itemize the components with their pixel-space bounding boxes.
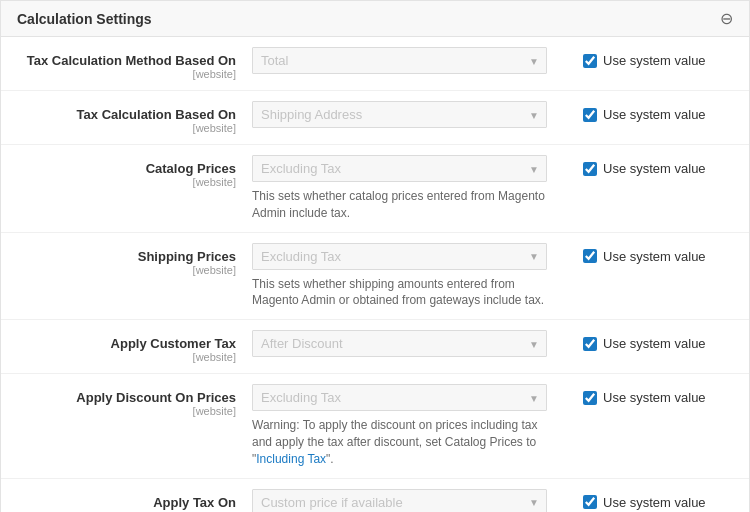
use-system-label-catalog-prices: Use system value — [603, 161, 706, 176]
hint-text-catalog-prices: This sets whether catalog prices entered… — [252, 188, 547, 222]
use-system-label-apply-discount-on-prices: Use system value — [603, 390, 706, 405]
form-row-tax-calc-method: Tax Calculation Method Based On[website]… — [1, 37, 749, 91]
checkbox-col-apply-discount-on-prices: Use system value — [573, 384, 733, 405]
use-system-label-shipping-prices: Use system value — [603, 249, 706, 264]
select-wrapper-tax-calc-based-on: Shipping AddressBilling AddressOrigin▼ — [252, 101, 547, 128]
form-row-tax-calc-based-on: Tax Calculation Based On[website]Shippin… — [1, 91, 749, 145]
select-catalog-prices[interactable]: Excluding TaxIncluding Tax — [252, 155, 547, 182]
form-row-apply-customer-tax: Apply Customer Tax[website]After Discoun… — [1, 320, 749, 374]
checkbox-col-tax-calc-method: Use system value — [573, 47, 733, 68]
label-text-catalog-prices: Catalog Prices — [17, 161, 236, 176]
use-system-checkbox-catalog-prices[interactable] — [583, 162, 597, 176]
warning-link[interactable]: Including Tax — [256, 452, 326, 466]
label-col-catalog-prices: Catalog Prices[website] — [17, 155, 252, 188]
warning-text-apply-discount-on-prices: Warning: To apply the discount on prices… — [252, 417, 547, 467]
page-wrapper: Calculation Settings ⊖ Tax Calculation M… — [0, 0, 750, 512]
select-apply-discount-on-prices[interactable]: Excluding TaxIncluding Tax — [252, 384, 547, 411]
select-apply-tax-on[interactable]: Custom price if availableOriginal price … — [252, 489, 547, 512]
label-scope-shipping-prices: [website] — [17, 264, 236, 276]
label-text-shipping-prices: Shipping Prices — [17, 249, 236, 264]
select-wrapper-shipping-prices: Excluding TaxIncluding Tax▼ — [252, 243, 547, 270]
use-system-checkbox-tax-calc-method[interactable] — [583, 54, 597, 68]
label-scope-tax-calc-based-on: [website] — [17, 122, 236, 134]
label-text-tax-calc-method: Tax Calculation Method Based On — [17, 53, 236, 68]
checkbox-col-apply-customer-tax: Use system value — [573, 330, 733, 351]
label-scope-tax-calc-method: [website] — [17, 68, 236, 80]
form-row-shipping-prices: Shipping Prices[website]Excluding TaxInc… — [1, 233, 749, 321]
select-tax-calc-method[interactable]: TotalUnit PriceRow Total — [252, 47, 547, 74]
control-col-tax-calc-based-on: Shipping AddressBilling AddressOrigin▼ — [252, 101, 573, 128]
label-col-apply-discount-on-prices: Apply Discount On Prices[website] — [17, 384, 252, 417]
collapse-icon[interactable]: ⊖ — [720, 9, 733, 28]
control-col-shipping-prices: Excluding TaxIncluding Tax▼This sets whe… — [252, 243, 573, 310]
control-col-apply-tax-on: Custom price if availableOriginal price … — [252, 489, 573, 512]
label-text-tax-calc-based-on: Tax Calculation Based On — [17, 107, 236, 122]
use-system-label-tax-calc-based-on: Use system value — [603, 107, 706, 122]
label-col-apply-tax-on: Apply Tax On[website] — [17, 489, 252, 512]
label-text-apply-tax-on: Apply Tax On — [17, 495, 236, 510]
use-system-checkbox-shipping-prices[interactable] — [583, 249, 597, 263]
form-row-catalog-prices: Catalog Prices[website]Excluding TaxIncl… — [1, 145, 749, 233]
select-wrapper-tax-calc-method: TotalUnit PriceRow Total▼ — [252, 47, 547, 74]
form-row-apply-discount-on-prices: Apply Discount On Prices[website]Excludi… — [1, 374, 749, 478]
select-apply-customer-tax[interactable]: After DiscountBefore Discount — [252, 330, 547, 357]
select-wrapper-apply-customer-tax: After DiscountBefore Discount▼ — [252, 330, 547, 357]
label-col-tax-calc-method: Tax Calculation Method Based On[website] — [17, 47, 252, 80]
control-col-tax-calc-method: TotalUnit PriceRow Total▼ — [252, 47, 573, 74]
control-col-apply-discount-on-prices: Excluding TaxIncluding Tax▼Warning: To a… — [252, 384, 573, 467]
form-row-apply-tax-on: Apply Tax On[website]Custom price if ava… — [1, 479, 749, 512]
label-scope-apply-customer-tax: [website] — [17, 351, 236, 363]
section-body: Tax Calculation Method Based On[website]… — [1, 37, 749, 512]
use-system-label-apply-tax-on: Use system value — [603, 495, 706, 510]
label-scope-catalog-prices: [website] — [17, 176, 236, 188]
select-shipping-prices[interactable]: Excluding TaxIncluding Tax — [252, 243, 547, 270]
select-wrapper-catalog-prices: Excluding TaxIncluding Tax▼ — [252, 155, 547, 182]
control-col-apply-customer-tax: After DiscountBefore Discount▼ — [252, 330, 573, 357]
label-col-tax-calc-based-on: Tax Calculation Based On[website] — [17, 101, 252, 134]
label-col-apply-customer-tax: Apply Customer Tax[website] — [17, 330, 252, 363]
label-text-apply-customer-tax: Apply Customer Tax — [17, 336, 236, 351]
control-col-catalog-prices: Excluding TaxIncluding Tax▼This sets whe… — [252, 155, 573, 222]
use-system-label-tax-calc-method: Use system value — [603, 53, 706, 68]
section-title: Calculation Settings — [17, 11, 152, 27]
select-tax-calc-based-on[interactable]: Shipping AddressBilling AddressOrigin — [252, 101, 547, 128]
checkbox-col-catalog-prices: Use system value — [573, 155, 733, 176]
use-system-checkbox-apply-discount-on-prices[interactable] — [583, 391, 597, 405]
use-system-checkbox-tax-calc-based-on[interactable] — [583, 108, 597, 122]
checkbox-col-apply-tax-on: Use system value — [573, 489, 733, 510]
use-system-checkbox-apply-tax-on[interactable] — [583, 495, 597, 509]
section-header: Calculation Settings ⊖ — [1, 1, 749, 37]
checkbox-col-tax-calc-based-on: Use system value — [573, 101, 733, 122]
select-wrapper-apply-tax-on: Custom price if availableOriginal price … — [252, 489, 547, 512]
hint-text-shipping-prices: This sets whether shipping amounts enter… — [252, 276, 547, 310]
label-text-apply-discount-on-prices: Apply Discount On Prices — [17, 390, 236, 405]
label-scope-apply-discount-on-prices: [website] — [17, 405, 236, 417]
use-system-label-apply-customer-tax: Use system value — [603, 336, 706, 351]
select-wrapper-apply-discount-on-prices: Excluding TaxIncluding Tax▼ — [252, 384, 547, 411]
checkbox-col-shipping-prices: Use system value — [573, 243, 733, 264]
use-system-checkbox-apply-customer-tax[interactable] — [583, 337, 597, 351]
label-col-shipping-prices: Shipping Prices[website] — [17, 243, 252, 276]
